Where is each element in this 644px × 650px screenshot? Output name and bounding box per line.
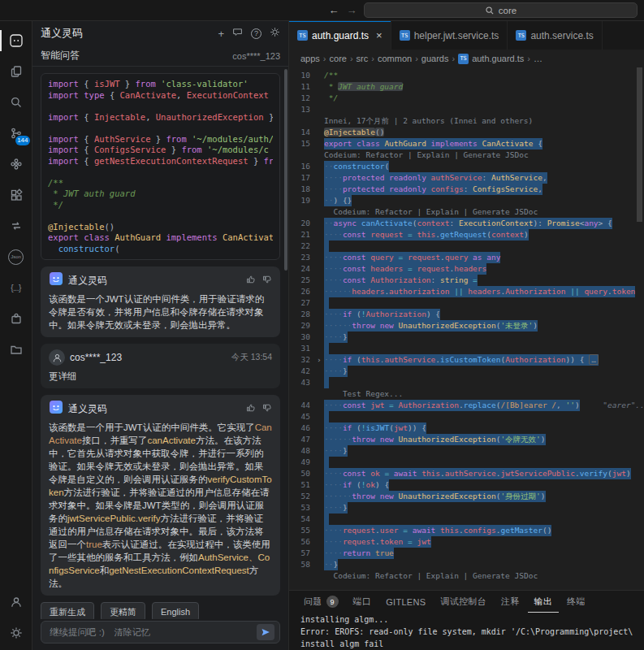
puzzle-icon[interactable] [0,303,32,334]
english-button[interactable]: English [152,602,199,619]
line-number: 20 [289,218,317,229]
thumbs-down-icon[interactable] [262,401,272,416]
thumbs-up-icon[interactable] [246,273,256,288]
tab-smart-qa[interactable]: 智能问答 [41,49,80,63]
flower-icon[interactable] [0,149,32,180]
forward-arrow-icon[interactable]: → [343,4,361,16]
tab-label: auth.guard.ts [312,30,369,41]
chat-history-icon[interactable] [232,26,243,41]
new-chat-icon[interactable]: + [218,28,224,39]
account-icon[interactable] [0,587,32,618]
settings-gear-icon[interactable] [0,618,32,648]
panel-tab-端口[interactable]: 端口 [347,591,378,613]
search-sidebar-icon[interactable] [0,87,32,118]
breadcrumb-item[interactable]: guards [421,54,449,63]
breadcrumb-item[interactable]: … [534,54,542,63]
tongyi-logo-icon [49,400,63,418]
line-number: 25 [289,275,317,286]
code-line: 32›····if (this.authService.isCustomToke… [289,354,644,366]
code-line: 49 [289,457,644,468]
editor-scrollbar[interactable] [636,67,644,590]
chat-code-line: export class AuthGuard implements CanAct… [48,232,273,244]
codelens[interactable]: Codeium: Refactor | Explain | Generate J… [289,570,644,582]
codelens[interactable]: Test Regex... [289,388,644,400]
send-icon[interactable] [257,624,274,640]
panel-tab-GITLENS[interactable]: GITLENS [379,591,432,613]
panel-tab-问题[interactable]: 问题9 [297,591,345,613]
line-number: 51 [289,479,317,491]
breadcrumb-item[interactable]: apps [300,54,320,63]
code-line: 47······throw new UnauthorizedException(… [289,434,644,445]
tab-label: helper.jwt.service.ts [414,30,499,41]
typescript-file-icon: TS [458,54,469,64]
chat-code-line: import type { CanActivate, ExecutionCont… [48,90,273,102]
breadcrumb-item[interactable]: core [330,54,347,63]
more-concise-button[interactable]: 更精简 [101,602,145,619]
chat-code-line [48,101,273,112]
fold-gutter [317,206,324,218]
panel-tab-输出[interactable]: 输出 [528,591,560,613]
code-line: 23····const query = request.query as any [289,252,644,263]
panel-tab-label: GITLENS [386,597,426,607]
chat-code-line: * JWT auth guard [48,188,273,200]
line-number: 32 [289,354,317,366]
explorer-icon[interactable] [0,56,32,87]
fold-gutter [317,400,324,411]
line-number [289,206,317,218]
breadcrumb-item[interactable]: src [357,54,369,63]
fold-gutter [317,172,324,184]
chevron-right-icon: › [350,54,353,63]
sidebar-scrollbar-thumb[interactable] [284,69,287,271]
breadcrumb-item[interactable]: auth.guard.ts [472,54,524,63]
thumbs-down-icon[interactable] [262,273,272,288]
fold-gutter [317,434,324,445]
panel-tab-终端[interactable]: 终端 [560,591,592,613]
message-actions: 重新生成 更精简 English [41,602,280,619]
tongyi-lingma-icon[interactable] [0,25,32,56]
chat-input[interactable]: 继续提问吧 :) 清除记忆 [41,621,280,644]
codelens[interactable]: Codeium: Refactor | Explain | Generate J… [289,206,644,218]
extensions-blocks-icon[interactable] [0,180,32,210]
breadcrumb-item[interactable]: common [378,54,412,63]
tab-auth-service-ts[interactable]: TSauth.service.ts [508,21,602,50]
code-line: 58··} [289,559,644,570]
line-number: 58 [289,559,317,570]
fold-gutter [317,514,324,525]
fold-gutter [317,81,324,93]
fold-gutter [317,377,324,388]
code-editor[interactable]: 10/**11 * JWT auth guard12 */13Innei, 17… [289,67,644,590]
back-arrow-icon[interactable]: ← [325,4,343,16]
panel-tab-bar: 问题9端口GITLENS调试控制台注释输出终端 [289,591,644,613]
tab-auth-guard-ts[interactable]: TSauth.guard.ts× [289,21,391,50]
source-control-icon[interactable]: 144 [0,118,32,149]
help-icon[interactable]: ? [251,28,261,39]
line-number: 54 [289,514,317,525]
json-icon[interactable]: Json [0,241,32,272]
code-line: 13 [289,104,644,115]
thumbs-up-icon[interactable] [246,401,256,416]
account-name[interactable]: cos****_123 [232,51,280,61]
regenerate-button[interactable]: 重新生成 [41,602,94,619]
tab-helper-jwt-service-ts[interactable]: TShelper.jwt.service.ts [391,21,508,50]
breadcrumb: apps›core›src›common›guards›TSauth.guard… [289,50,644,67]
line-number: 46 [289,422,317,434]
panel-tab-调试控制台[interactable]: 调试控制台 [434,591,493,613]
fold-gutter [317,263,324,275]
clear-memory-button[interactable]: 清除记忆 [115,626,150,639]
close-icon[interactable]: × [376,29,383,41]
fold-gutter [317,275,324,286]
sync-arrows-icon[interactable] [0,210,32,241]
folder-icon[interactable] [0,334,32,365]
panel-tab-注释[interactable]: 注释 [495,591,526,613]
codelens[interactable]: Innei, 17个月前 | 2 authors (Innei and othe… [289,115,644,127]
code-line: 51····if (!ok) { [289,479,644,491]
ai-message-text: 该函数是一个用于JWT认证的中间件类。它实现了CanActivate接口，并重写… [49,421,272,590]
codelens[interactable]: Codeium: Refactor | Explain | Generate J… [289,150,644,161]
fold-gutter [317,70,324,81]
sidebar-settings-gear-icon[interactable] [270,26,280,41]
scrollbar-thumb[interactable] [637,67,642,222]
braces-icon[interactable]: {...} [0,272,32,303]
command-center-search[interactable]: core [364,2,638,18]
line-number: 26 [289,286,317,297]
fold-arrow-icon[interactable]: › [317,354,324,366]
